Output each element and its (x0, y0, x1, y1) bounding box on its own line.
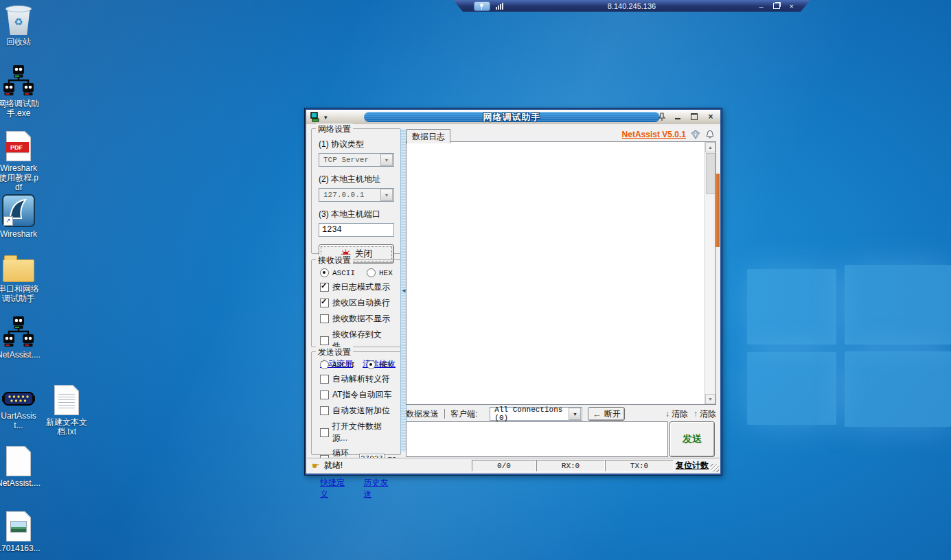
app-icon (310, 112, 321, 122)
shortcut-define-link[interactable]: 快捷定义 (320, 477, 353, 500)
file-source-label: 打开文件数据源... (332, 421, 396, 444)
combo-arrow-icon[interactable]: ▼ (380, 189, 393, 201)
client-combobox[interactable]: All Connections (0) ▼ (490, 407, 582, 421)
at-return-checkbox[interactable] (320, 390, 329, 399)
escape-parse-checkbox[interactable] (320, 375, 329, 384)
gem-icon[interactable] (691, 130, 700, 139)
combo-arrow-icon[interactable]: ▼ (569, 408, 581, 420)
netassist-network-icon (2, 65, 35, 97)
close-button[interactable]: × (705, 111, 716, 121)
hand-icon: ☛ (312, 460, 320, 471)
back-arrow-icon: ← (593, 409, 601, 419)
status-text: 就绪! (324, 460, 343, 471)
desktop-icon-label: Wireshark (0, 229, 37, 239)
group-label: 发送设置 (316, 347, 353, 358)
rdp-address: 8.140.245.136 (453, 2, 810, 10)
rdp-close-button[interactable]: × (790, 2, 794, 10)
rdp-restore-button[interactable] (773, 3, 780, 9)
save-to-file-checkbox[interactable] (320, 336, 329, 345)
recv-hex-radio[interactable] (367, 268, 376, 277)
shortcut-arrow-icon: ↗ (3, 216, 13, 226)
desktop-icon-netassist-2[interactable]: NetAssist.... (0, 316, 41, 360)
send-input[interactable] (406, 421, 668, 457)
send-ascii-label: ASCII (332, 361, 355, 369)
hide-recv-checkbox[interactable] (320, 314, 329, 323)
maximize-button[interactable] (689, 111, 700, 121)
host-address-label: (2) 本地主机地址 (319, 174, 394, 185)
blank-file-icon (6, 446, 31, 476)
recycle-bin-icon: ♻ (5, 5, 32, 35)
tab-data-log[interactable]: 数据日志 (406, 129, 450, 143)
host-address-combobox[interactable]: 127.0.0.1 ▼ (319, 188, 394, 202)
pin-icon[interactable] (657, 112, 667, 121)
rdp-minimize-button[interactable]: – (759, 2, 763, 10)
desktop-icon-netassist-3[interactable]: NetAssist.... (0, 446, 41, 488)
recv-hex-label: HEX (379, 269, 393, 277)
clear-send-button[interactable]: ↓ 清除 (665, 408, 688, 420)
netassist-window: ▾ 网络调试助手 × 网络设置 (1) 协议类型 TCP Server ▼ (2… (304, 108, 722, 476)
group-label: 网络设置 (316, 124, 353, 135)
desktop-icon-label: 17014163... (0, 544, 41, 553)
log-mode-label: 按日志模式显示 (332, 281, 390, 293)
wireshark-icon: ↗ (2, 194, 35, 227)
folder-icon (3, 259, 34, 282)
desktop-icon-uartassist[interactable]: UartAssist... (0, 390, 41, 430)
desktop-icon-label: NetAssist.... (0, 350, 41, 360)
data-send-label: 数据发送 (406, 408, 439, 420)
version-link[interactable]: NetAssist V5.0.1 (622, 130, 686, 139)
scroll-up-icon[interactable]: ▲ (705, 142, 715, 152)
desktop-icon-new-text-doc[interactable]: 新建文本文档.txt (45, 385, 89, 436)
file-source-checkbox[interactable] (320, 428, 329, 437)
window-title: 网络调试助手 (483, 111, 541, 124)
send-hex-label: HEX (379, 361, 393, 369)
protocol-type-label: (1) 协议类型 (319, 139, 394, 150)
disconnect-button[interactable]: ← 断开 (588, 407, 625, 421)
desktop-icon-label: 串口和网络调试助手 (0, 284, 41, 303)
clear-receive-button[interactable]: ↑ 清除 (694, 408, 716, 420)
data-log-area[interactable]: ▲ ▼ (406, 141, 716, 405)
version-area: NetAssist V5.0.1 (617, 130, 715, 139)
host-port-input[interactable]: 1234 (319, 223, 394, 237)
desktop-icon-netassist-exe[interactable]: 网络调试助手.exe (0, 65, 41, 118)
image-file-icon (6, 511, 31, 541)
auto-append-checkbox[interactable] (320, 406, 329, 415)
protocol-type-combobox[interactable]: TCP Server ▼ (319, 153, 394, 167)
recv-ascii-radio[interactable] (320, 268, 329, 277)
send-hex-radio[interactable] (367, 360, 376, 369)
log-scrollbar[interactable]: ▲ ▼ (704, 142, 715, 404)
resize-grip[interactable] (711, 464, 719, 472)
reset-count-link[interactable]: 复位计数 (676, 460, 709, 471)
history-send-link[interactable]: 历史发送 (364, 477, 397, 500)
tx-counter: TX:0 (605, 460, 674, 471)
desktop-icon-label: 回收站 (6, 37, 31, 47)
network-settings-group: 网络设置 (1) 协议类型 TCP Server ▼ (2) 本地主机地址 12… (311, 128, 401, 254)
bell-icon[interactable] (705, 130, 715, 139)
desktop-icon-wireshark[interactable]: ↗ Wireshark (0, 194, 41, 239)
receive-settings-group: 接收设置 ASCII HEX 按日志模式显示 接收区自动换行 接收数据不显示 (311, 259, 401, 347)
rdp-connection-bar[interactable]: 8.140.245.136 – × (453, 0, 810, 12)
title-band: 网络调试助手 (364, 112, 660, 122)
minimize-button[interactable] (672, 111, 683, 121)
packet-counter: 0/0 (472, 460, 536, 471)
windows-logo-pane (845, 265, 951, 345)
auto-append-label: 自动发送附加位 (332, 405, 390, 417)
desktop-icon-serial-folder[interactable]: 串口和网络调试助手 (0, 254, 41, 303)
desktop-icon-wireshark-pdf[interactable]: PDF Wireshark使用教程.pdf (0, 131, 41, 192)
auto-wrap-checkbox[interactable] (320, 299, 329, 307)
log-mode-checkbox[interactable] (320, 283, 329, 292)
escape-parse-label: 自动解析转义符 (332, 373, 390, 385)
scrollbar-thumb[interactable] (706, 153, 715, 194)
send-toolbar: 数据发送 客户端: All Connections (0) ▼ ← 断开 ↓ 清… (406, 407, 716, 421)
desktop-icon-image-file[interactable]: 17014163... (0, 511, 41, 553)
send-button[interactable]: 发送 (669, 421, 715, 457)
desktop-icon-recycle-bin[interactable]: ♻ 回收站 (0, 5, 41, 47)
scroll-down-icon[interactable]: ▼ (705, 394, 715, 404)
windows-logo-pane (845, 351, 951, 427)
titlebar[interactable]: ▾ 网络调试助手 × (306, 110, 720, 124)
desktop-icon-label: Wireshark使用教程.pdf (0, 163, 41, 192)
send-settings-group: 发送设置 ASCII HEX 自动解析转义符 AT指令自动回车 自动发送附加位 (311, 351, 401, 455)
combo-arrow-icon[interactable]: ▼ (380, 154, 393, 166)
side-panel-handle[interactable] (715, 174, 720, 247)
chevron-down-icon[interactable]: ▾ (324, 114, 328, 121)
send-ascii-radio[interactable] (320, 360, 329, 369)
